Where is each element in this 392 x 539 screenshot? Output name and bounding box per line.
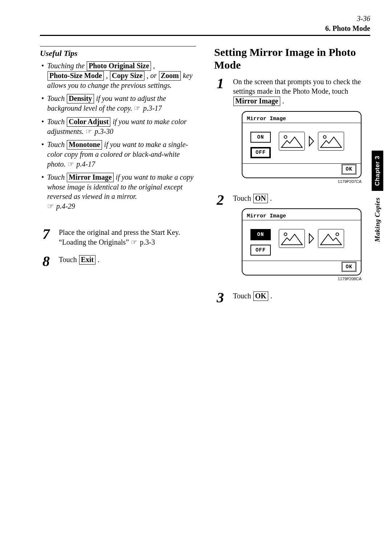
tips-rule — [40, 46, 196, 46]
pointer-icon: ☞ — [47, 201, 54, 211]
key-photo-original-size: Photo Original Size — [87, 61, 151, 71]
lcd-onoff-group: ON OFF — [250, 132, 271, 163]
step-number: 3 — [214, 291, 226, 304]
tip-text: , — [151, 62, 155, 70]
right-column: Setting Mirror Image in Photo Mode 1 On … — [214, 46, 370, 312]
step-text: . — [96, 256, 99, 264]
arrow-right-icon — [309, 233, 314, 244]
figure-code: 1179P208CA — [242, 276, 362, 282]
preview-original-icon — [279, 132, 305, 151]
header-rule — [40, 35, 370, 36]
lcd-panel: Mirror Image ON OFF — [242, 208, 362, 275]
step-body: On the screen that prompts you to check … — [233, 77, 370, 185]
tip-item: Touching the Photo Original Size , Photo… — [47, 61, 196, 90]
lcd-preview — [279, 229, 344, 248]
tip-text: Touch — [47, 173, 66, 181]
step: 2 Touch ON . Mirror Image ON OFF — [214, 193, 370, 283]
step: 8 Touch Exit . — [40, 255, 196, 268]
step-text: Place the original and press the Start K… — [59, 228, 180, 246]
lcd-title: Mirror Image — [247, 213, 286, 220]
lcd-ok-button[interactable]: OK — [342, 262, 356, 272]
svg-point-2 — [284, 233, 287, 236]
page-ref: p.4-17 — [77, 160, 95, 168]
tip-item: Touch Mirror Image if you want to make a… — [47, 172, 196, 211]
section-header: 6. Photo Mode — [40, 24, 370, 33]
lcd-figure: Mirror Image ON OFF — [233, 208, 370, 282]
page-ref: p.3-3 — [140, 238, 155, 246]
right-heading: Setting Mirror Image in Photo Mode — [214, 46, 370, 71]
pointer-icon: ☞ — [68, 159, 74, 169]
svg-point-1 — [323, 135, 326, 138]
side-thumb-tab: Chapter 3 Making Copies — [372, 151, 384, 242]
preview-original-icon — [279, 229, 305, 248]
chapter-tab: Chapter 3 — [372, 151, 383, 191]
lcd-preview — [279, 132, 344, 151]
lcd-title: Mirror Image — [247, 115, 286, 123]
key-on: ON — [253, 194, 268, 203]
lcd-onoff-group: ON OFF — [250, 229, 271, 260]
lcd-off-button[interactable]: OFF — [250, 245, 271, 256]
step-text: Touch — [59, 256, 79, 264]
figure-code: 1179P207CA — [242, 179, 362, 184]
step-number: 1 — [214, 77, 226, 90]
tip-text: Touch — [47, 94, 66, 102]
lcd-off-button[interactable]: OFF — [250, 147, 271, 158]
left-column: Useful Tips Touching the Photo Original … — [40, 46, 196, 312]
key-copy-size: Copy Size — [110, 71, 144, 81]
key-ok: OK — [253, 291, 268, 301]
lcd-separator — [242, 163, 361, 164]
key-exit: Exit — [79, 255, 96, 265]
tip-text: Touch — [47, 118, 66, 126]
key-density: Density — [67, 94, 94, 103]
step-body: Place the original and press the Start K… — [59, 228, 196, 247]
lcd-panel: Mirror Image ON OFF — [242, 111, 362, 178]
preview-mirrored-icon — [318, 229, 344, 248]
arrow-right-icon — [309, 136, 314, 147]
step-text: Touch — [233, 292, 253, 300]
page-ref: p.3-30 — [95, 127, 114, 135]
step-number: 7 — [40, 228, 52, 241]
step-body: Touch OK . — [233, 291, 370, 301]
key-zoom: Zoom — [159, 71, 181, 81]
step-text: . — [269, 292, 272, 300]
tip-text: Touch — [47, 140, 66, 148]
key-photo-size-mode: Photo-Size Mode — [48, 71, 104, 81]
lcd-ok-button[interactable]: OK — [342, 164, 356, 174]
lcd-separator — [242, 123, 361, 123]
left-steps: 7 Place the original and press the Start… — [40, 228, 196, 268]
lcd-on-button[interactable]: ON — [250, 229, 271, 240]
lcd-separator — [242, 261, 361, 261]
step-body: Touch Exit . — [59, 255, 196, 265]
tip-text: , or — [145, 72, 159, 79]
step: 7 Place the original and press the Start… — [40, 228, 196, 247]
pointer-icon: ☞ — [134, 103, 140, 113]
useful-tips-title: Useful Tips — [40, 49, 196, 58]
page-ref: p.4-29 — [56, 202, 75, 210]
step-number: 8 — [40, 255, 52, 268]
key-mirror-image: Mirror Image — [67, 173, 114, 182]
pointer-icon: ☞ — [131, 237, 137, 247]
key-mirror-image: Mirror Image — [233, 97, 280, 106]
tip-text: , — [104, 72, 110, 79]
tip-text: Touching the — [47, 62, 86, 70]
pointer-icon: ☞ — [86, 127, 92, 136]
preview-result-icon — [318, 132, 344, 151]
svg-point-0 — [284, 135, 287, 138]
step-text: Touch — [233, 194, 253, 202]
step-text: . — [268, 194, 272, 202]
lcd-on-button[interactable]: ON — [250, 132, 271, 143]
svg-point-3 — [336, 233, 339, 236]
chapter-label: Making Copies — [373, 197, 381, 242]
lcd-separator — [242, 220, 361, 220]
tip-item: Touch Color Adjust if you want to make c… — [47, 117, 196, 136]
step-text: . — [281, 97, 284, 105]
tip-item: Touch Density if you want to adjust the … — [47, 94, 196, 113]
page-ref: p.3-17 — [143, 104, 162, 112]
page-number: 3-36 — [40, 15, 370, 23]
step: 3 Touch OK . — [214, 291, 370, 304]
step-body: Touch ON . Mirror Image ON OFF — [233, 193, 370, 283]
key-color-adjust: Color Adjust — [67, 117, 110, 127]
lcd-figure: Mirror Image ON OFF — [233, 111, 370, 184]
key-monotone: Monotone — [67, 140, 102, 150]
useful-tips-list: Touching the Photo Original Size , Photo… — [40, 61, 196, 211]
